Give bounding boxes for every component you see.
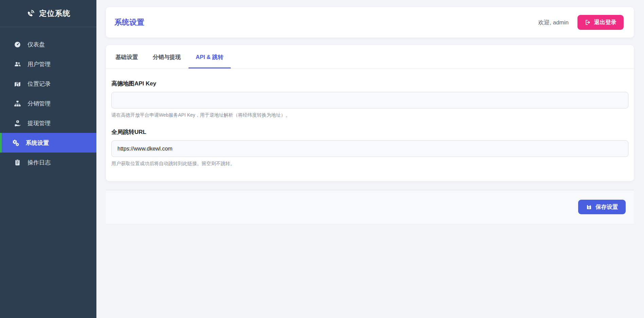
sidebar-item-withdrawals[interactable]: 提现管理 [0, 113, 96, 133]
redirect-url-group: 全局跳转URL 用户获取位置成功后将自动跳转到此链接。留空则不跳转。 [111, 128, 628, 167]
users-icon [13, 60, 21, 68]
save-label: 保存设置 [595, 203, 618, 211]
satellite-dish-icon [26, 9, 35, 18]
sidebar-item-logs[interactable]: 操作日志 [0, 153, 96, 172]
gears-icon [12, 139, 20, 147]
gauge-icon [13, 40, 21, 48]
settings-tabs: 基础设置 分销与提现 API & 跳转 [106, 45, 634, 68]
tab-basic-settings[interactable]: 基础设置 [108, 45, 145, 68]
sidebar-item-label: 操作日志 [27, 159, 51, 166]
settings-card: 基础设置 分销与提现 API & 跳转 高德地图API Key 请在高德开放平台… [106, 45, 634, 181]
sidebar-item-label: 用户管理 [27, 60, 51, 68]
app-logo: 定位系统 [0, 0, 96, 27]
form-actions: 保存设置 [106, 190, 634, 224]
save-icon [586, 204, 592, 210]
redirect-url-input[interactable] [111, 140, 628, 157]
map-icon [13, 80, 21, 88]
sidebar-item-label: 仪表盘 [27, 41, 45, 48]
sidebar-item-dashboard[interactable]: 仪表盘 [0, 35, 96, 54]
sidebar-item-users[interactable]: 用户管理 [0, 54, 96, 74]
sidebar-item-settings[interactable]: 系统设置 [0, 133, 96, 153]
save-settings-button[interactable]: 保存设置 [578, 200, 626, 214]
sitemap-icon [13, 99, 21, 107]
redirect-url-help: 用户获取位置成功后将自动跳转到此链接。留空则不跳转。 [111, 161, 628, 167]
amap-key-group: 高德地图API Key 请在高德开放平台申请Web服务API Key，用于逆地址… [111, 80, 628, 118]
logout-button[interactable]: 退出登录 [577, 15, 624, 30]
tab-distribution-withdrawal[interactable]: 分销与提现 [145, 45, 188, 68]
sidebar-item-distribution[interactable]: 分销管理 [0, 94, 96, 113]
main-content: 系统设置 欢迎, admin 退出登录 基础设置 分销与提现 API & 跳转 … [96, 0, 644, 318]
sidebar: 定位系统 仪表盘 用户管理 [0, 0, 96, 318]
sign-out-icon [585, 19, 591, 25]
app-title: 定位系统 [39, 8, 71, 19]
amap-key-help: 请在高德开放平台申请Web服务API Key，用于逆地址解析（将经纬度转换为地址… [111, 112, 628, 118]
amap-key-label: 高德地图API Key [111, 80, 628, 87]
hand-dollar-icon [13, 119, 21, 127]
topbar: 系统设置 欢迎, admin 退出登录 [106, 7, 634, 38]
sidebar-item-label: 提现管理 [27, 119, 51, 127]
redirect-url-label: 全局跳转URL [111, 128, 628, 136]
sidebar-item-label: 系统设置 [26, 139, 49, 147]
sidebar-item-label: 分销管理 [27, 100, 51, 107]
sidebar-item-label: 位置记录 [27, 80, 51, 88]
welcome-text: 欢迎, admin [538, 19, 569, 26]
page-title: 系统设置 [114, 17, 144, 27]
logout-label: 退出登录 [594, 19, 617, 26]
sidebar-menu: 仪表盘 用户管理 位置记录 [0, 27, 96, 172]
amap-key-input[interactable] [111, 92, 628, 108]
tab-api-redirect[interactable]: API & 跳转 [188, 45, 231, 68]
settings-form: 高德地图API Key 请在高德开放平台申请Web服务API Key，用于逆地址… [106, 68, 634, 181]
sidebar-item-locations[interactable]: 位置记录 [0, 74, 96, 94]
clipboard-icon [13, 158, 21, 166]
